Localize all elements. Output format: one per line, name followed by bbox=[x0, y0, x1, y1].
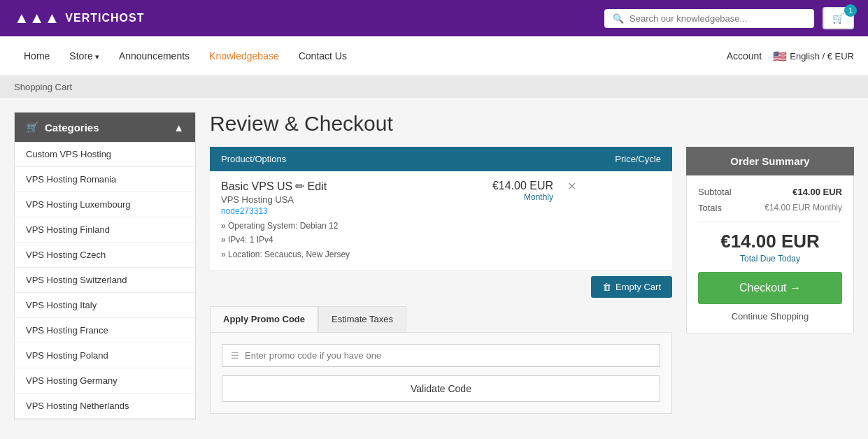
search-input[interactable] bbox=[629, 13, 806, 24]
detail-location: Location: Secaucus, New Jersey bbox=[221, 250, 350, 259]
navbar: Home Store Announcements Knowledgebase C… bbox=[0, 36, 868, 76]
nav-contact-us[interactable]: Contact Us bbox=[289, 36, 357, 75]
totals-label: Totals bbox=[698, 203, 722, 213]
detail-os: Operating System: Debian 12 bbox=[221, 221, 338, 231]
order-summary-header: Order Summary bbox=[686, 147, 854, 175]
flag-icon: 🇺🇸 bbox=[773, 50, 787, 63]
cart-button[interactable]: 🛒 1 bbox=[823, 7, 854, 29]
price-cell: €14.00 EUR Monthly ✕ bbox=[481, 171, 672, 271]
total-amount: €14.00 EUR bbox=[698, 231, 842, 252]
product-node: node273313 bbox=[221, 206, 470, 216]
right-section: Review & Checkout Product/Options Price/… bbox=[210, 112, 854, 419]
language-label: English / € EUR bbox=[790, 51, 854, 62]
sidebar: 🛒 Categories ▲ Custom VPS Hosting VPS Ho… bbox=[14, 112, 196, 419]
checkout-button[interactable]: Checkout → bbox=[698, 272, 842, 304]
total-due-label: Total Due Today bbox=[698, 254, 842, 264]
remove-button[interactable]: ✕ bbox=[567, 180, 576, 193]
sidebar-item-luxembourg[interactable]: VPS Hosting Luxembourg bbox=[15, 192, 195, 217]
sidebar-item-italy[interactable]: VPS Hosting Italy bbox=[15, 293, 195, 318]
sidebar-item-poland[interactable]: VPS Hosting Poland bbox=[15, 343, 195, 368]
sidebar-item-romania[interactable]: VPS Hosting Romania bbox=[15, 167, 195, 192]
order-summary-body: Subtotal €14.00 EUR Totals €14.00 EUR Mo… bbox=[686, 175, 854, 333]
nav-knowledgebase[interactable]: Knowledgebase bbox=[199, 36, 289, 75]
empty-cart-icon: 🗑 bbox=[602, 282, 611, 292]
logo-area: ▲▲▲ VERTICHOST bbox=[14, 9, 144, 27]
main-content: 🛒 Categories ▲ Custom VPS Hosting VPS Ho… bbox=[0, 98, 868, 433]
nav-left: Home Store Announcements Knowledgebase C… bbox=[14, 36, 357, 75]
promo-input[interactable] bbox=[245, 350, 651, 361]
sidebar-item-custom-vps[interactable]: Custom VPS Hosting bbox=[15, 142, 195, 167]
totals-row: Totals €14.00 EUR Monthly bbox=[698, 203, 842, 213]
sidebar-item-finland[interactable]: VPS Hosting Finland bbox=[15, 217, 195, 243]
checkout-area: Product/Options Price/Cycle Basic VPS US bbox=[210, 147, 672, 419]
price-amount: €14.00 EUR bbox=[492, 180, 553, 192]
totals-value: €14.00 EUR Monthly bbox=[764, 203, 842, 213]
promo-tabs: Apply Promo Code Estimate Taxes bbox=[210, 306, 672, 332]
sidebar-item-czech[interactable]: VPS Hosting Czech bbox=[15, 243, 195, 268]
sidebar-header-left: 🛒 Categories bbox=[26, 121, 99, 134]
promo-box: ☰ Validate Code bbox=[210, 332, 672, 414]
sidebar-item-switzerland[interactable]: VPS Hosting Switzerland bbox=[15, 268, 195, 293]
col-price: Price/Cycle bbox=[481, 147, 672, 171]
header-right: 🔍 🛒 1 bbox=[604, 7, 854, 29]
empty-cart-label: Empty Cart bbox=[616, 282, 661, 292]
header: ▲▲▲ VERTICHOST 🔍 🛒 1 bbox=[0, 0, 868, 36]
sidebar-header[interactable]: 🛒 Categories ▲ bbox=[15, 113, 195, 142]
breadcrumb: Shopping Cart bbox=[0, 76, 868, 98]
tab-estimate-taxes[interactable]: Estimate Taxes bbox=[318, 306, 406, 332]
nav-home[interactable]: Home bbox=[14, 36, 59, 75]
nav-store[interactable]: Store bbox=[59, 36, 109, 75]
continue-shopping-link[interactable]: Continue Shopping bbox=[698, 311, 842, 322]
cart-icon: 🛒 bbox=[832, 13, 844, 24]
page-title: Review & Checkout bbox=[210, 112, 854, 136]
language-selector[interactable]: 🇺🇸 English / € EUR bbox=[773, 50, 854, 63]
product-info: Basic VPS US ✏ Edit bbox=[221, 180, 327, 193]
product-subtitle: VPS Hosting USA bbox=[221, 194, 470, 205]
sidebar-item-germany[interactable]: VPS Hosting Germany bbox=[15, 368, 195, 394]
sidebar-item-netherlands[interactable]: VPS Hosting Netherlands bbox=[15, 394, 195, 419]
promo-input-icon: ☰ bbox=[231, 350, 239, 361]
col-product: Product/Options bbox=[210, 147, 481, 171]
collapse-icon: ▲ bbox=[173, 122, 184, 134]
subtotal-label: Subtotal bbox=[698, 187, 732, 197]
search-icon: 🔍 bbox=[613, 13, 624, 24]
product-details: Operating System: Debian 12 IPv4: 1 IPv4… bbox=[221, 219, 470, 261]
account-button[interactable]: Account bbox=[727, 50, 762, 62]
cart-actions: 🗑 Empty Cart bbox=[210, 276, 672, 298]
price-cycle: Monthly bbox=[492, 192, 553, 202]
logo-text: VERTICHOST bbox=[65, 12, 144, 24]
breadcrumb-text: Shopping Cart bbox=[14, 82, 72, 92]
promo-input-wrap: ☰ bbox=[222, 344, 660, 367]
table-row: Basic VPS US ✏ Edit VPS Hosting USA node… bbox=[210, 171, 672, 271]
search-bar: 🔍 bbox=[604, 9, 814, 28]
order-summary: Order Summary Subtotal €14.00 EUR Totals… bbox=[686, 147, 854, 419]
cart-table: Product/Options Price/Cycle Basic VPS US bbox=[210, 147, 672, 271]
validate-button[interactable]: Validate Code bbox=[222, 375, 660, 402]
cart-badge: 1 bbox=[844, 4, 857, 17]
nav-right: Account 🇺🇸 English / € EUR bbox=[727, 50, 854, 63]
logo-icon: ▲▲▲ bbox=[14, 9, 59, 27]
subtotal-value: €14.00 EUR bbox=[792, 187, 842, 197]
empty-cart-button[interactable]: 🗑 Empty Cart bbox=[591, 276, 672, 298]
edit-link[interactable]: ✏ Edit bbox=[295, 180, 327, 192]
nav-announcements[interactable]: Announcements bbox=[109, 36, 199, 75]
product-name: Basic VPS US bbox=[221, 180, 292, 192]
product-info-cell: Basic VPS US ✏ Edit VPS Hosting USA node… bbox=[210, 171, 481, 271]
detail-ipv4: IPv4: 1 IPv4 bbox=[221, 235, 273, 245]
cart-sidebar-icon: 🛒 bbox=[26, 121, 39, 134]
subtotal-row: Subtotal €14.00 EUR bbox=[698, 187, 842, 197]
tab-apply-promo[interactable]: Apply Promo Code bbox=[210, 306, 318, 332]
summary-divider bbox=[698, 222, 842, 222]
sidebar-title: Categories bbox=[45, 122, 99, 134]
sidebar-item-france[interactable]: VPS Hosting France bbox=[15, 318, 195, 343]
checkout-and-summary: Product/Options Price/Cycle Basic VPS US bbox=[210, 147, 854, 419]
